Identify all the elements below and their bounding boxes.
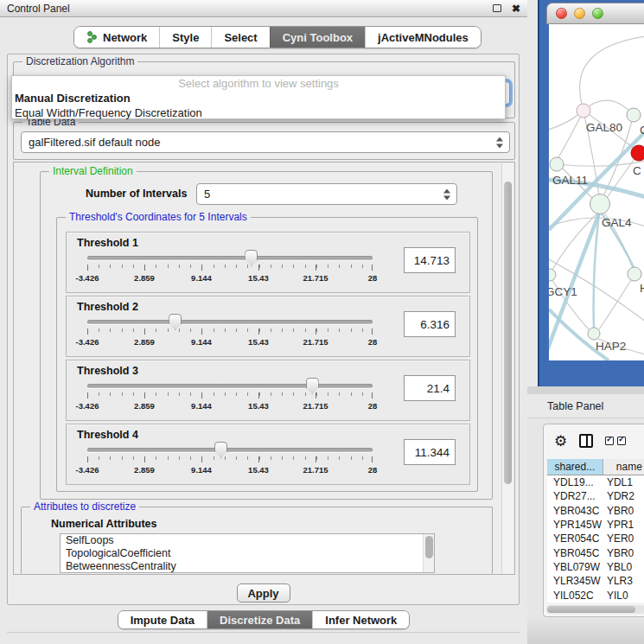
cell-name[interactable]: YPR1 [603, 518, 644, 532]
close-traffic-light-icon[interactable] [556, 8, 567, 19]
control-panel: Control Panel ✖ Network Style Select Cyn… [0, 0, 527, 644]
column-header-name[interactable]: name [603, 459, 644, 475]
tick-label: 9.144 [191, 273, 212, 283]
tab-style[interactable]: Style [159, 27, 211, 48]
number-of-intervals-combobox[interactable]: 5 [196, 183, 457, 205]
dropdown-placeholder-item[interactable]: Select algorithm to view settings [12, 76, 505, 91]
dropdown-option-equal-width[interactable]: Equal Width/Frequency Discretization [12, 105, 505, 120]
cell-name[interactable]: YER0 [603, 532, 644, 545]
table-row[interactable]: YLR345WYLR3 [547, 574, 644, 588]
cell-shared-name[interactable]: YBR043C [547, 504, 603, 518]
cell-shared-name[interactable]: YBL079W [547, 560, 603, 574]
column-header-shared-name[interactable]: shared... [547, 459, 603, 475]
cell-name[interactable]: YBR0 [603, 504, 644, 518]
table-row[interactable]: YDL19...YDL1 [547, 475, 644, 489]
checkbox-icon[interactable] [617, 437, 626, 445]
node-gal80[interactable] [577, 104, 590, 118]
table-panel-titlebar: Table Panel [527, 394, 644, 418]
table-panel-title: Table Panel [547, 400, 603, 412]
minimize-traffic-light-icon[interactable] [574, 8, 585, 19]
table-row[interactable]: YIL052CYIL0 [547, 588, 644, 602]
table-row[interactable]: YDR27...YDR2 [547, 489, 644, 503]
cell-name[interactable]: YDL1 [603, 475, 644, 489]
network-window-titlebar[interactable] [546, 3, 644, 24]
panel-bottom-edge [7, 632, 520, 633]
list-item[interactable]: SelfLoops [61, 534, 434, 547]
threshold-4-slider[interactable] [87, 448, 373, 452]
table-data-combobox[interactable]: galFiltered.sif default node [21, 131, 510, 153]
threshold-4-value-field[interactable]: 11.344 [404, 439, 456, 465]
settings-vertical-scrollbar[interactable] [501, 163, 513, 575]
gear-icon[interactable]: ⚙ [554, 434, 567, 449]
tab-cyni-toolbox[interactable]: Cyni Toolbox [270, 27, 365, 48]
scrollbar-thumb[interactable] [504, 182, 512, 484]
cell-name[interactable]: YLR3 [603, 574, 644, 588]
threshold-2-slider[interactable] [87, 320, 373, 324]
threshold-1-label: Threshold 1 [77, 237, 138, 249]
table-header-row: shared... name [547, 459, 644, 475]
cell-shared-name[interactable]: YER054C [547, 532, 603, 545]
cell-shared-name[interactable]: YLR345W [547, 574, 603, 588]
scrollbar-thumb[interactable] [547, 606, 635, 613]
close-icon[interactable]: ✖ [512, 3, 520, 14]
cell-name[interactable]: YBL0 [603, 560, 644, 574]
tab-select[interactable]: Select [211, 27, 269, 48]
threshold-1-value-field[interactable]: 14.713 [404, 247, 456, 273]
tab-impute-data[interactable]: Impute Data [118, 611, 207, 628]
tick-label: 15.43 [248, 401, 269, 411]
tab-jactivemnodules[interactable]: jActiveMNodules [365, 27, 481, 48]
checkbox-icon[interactable] [605, 437, 614, 445]
table-row[interactable]: YER054CYER0 [547, 532, 644, 545]
table-row[interactable]: YBR043CYBR0 [547, 504, 644, 518]
attributes-group-label: Attributes to discretize [30, 501, 139, 513]
cell-name[interactable]: YDR2 [603, 489, 644, 503]
tick-label: 21.715 [303, 401, 328, 411]
node-partial-top[interactable] [627, 108, 641, 122]
tick-label: 2.859 [134, 465, 155, 475]
slider-tick-labels: -3.426 2.859 9.144 15.43 21.715 28 [87, 465, 373, 475]
threshold-2-value-field[interactable]: 6.316 [404, 311, 456, 337]
table-horizontal-scrollbar[interactable] [546, 605, 644, 614]
zoom-traffic-light-icon[interactable] [592, 8, 603, 19]
list-scrollbar[interactable] [423, 534, 434, 572]
tab-discretize-data-label: Discretize Data [220, 614, 300, 627]
network-view-window[interactable]: GAL80 GA C GAL11 GAL4 GCY1 H HAP2 [538, 0, 644, 386]
threshold-3-value-field[interactable]: 21.4 [404, 375, 456, 401]
algorithm-dropdown-popup: Select algorithm to view settings Manual… [11, 75, 506, 119]
node-selected-red[interactable] [631, 145, 644, 161]
cell-name[interactable]: YIL0 [603, 588, 644, 602]
node-gal11[interactable] [550, 157, 564, 171]
node-h[interactable] [628, 267, 641, 281]
table-row[interactable]: YPR145WYPR1 [547, 518, 644, 532]
apply-button[interactable]: Apply [237, 583, 290, 603]
threshold-3-panel: Threshold 3 -3.426 2.859 [66, 360, 470, 421]
tab-infer-network[interactable]: Infer Network [312, 611, 409, 628]
threshold-1-slider[interactable] [87, 256, 373, 260]
node-gal4[interactable] [590, 194, 610, 214]
cell-shared-name[interactable]: YDL19... [547, 475, 603, 489]
network-graph[interactable]: GAL80 GA C GAL11 GAL4 GCY1 H HAP2 [549, 24, 644, 360]
threshold-3-slider[interactable] [87, 384, 373, 388]
cell-shared-name[interactable]: YDR27... [547, 489, 603, 503]
network-canvas[interactable]: GAL80 GA C GAL11 GAL4 GCY1 H HAP2 [549, 24, 644, 360]
number-of-intervals-value: 5 [204, 188, 210, 201]
cyni-toolbox-panel: Discretization Algorithm Select algorith… [7, 54, 520, 605]
tab-network[interactable]: Network [74, 27, 159, 48]
tick-label: 28 [368, 273, 378, 283]
list-item[interactable]: TopologicalCoefficient [61, 547, 434, 560]
node-hap2[interactable] [588, 328, 600, 340]
table-row[interactable]: YBR045CYBR0 [547, 545, 644, 559]
tab-cyni-toolbox-label: Cyni Toolbox [283, 31, 353, 44]
top-tab-strip: Network Style Select Cyni Toolbox jActiv… [73, 26, 481, 48]
cell-shared-name[interactable]: YPR145W [547, 518, 603, 532]
table-row[interactable]: YBL079WYBL0 [547, 560, 644, 574]
split-columns-icon[interactable] [579, 434, 593, 448]
dropdown-option-manual-discretization[interactable]: Manual Discretization [12, 91, 505, 105]
node-gcy1[interactable] [549, 269, 556, 281]
list-item[interactable]: BetweennessCentrality [61, 560, 434, 573]
float-window-icon[interactable] [493, 4, 501, 12]
cell-name[interactable]: YBR0 [603, 545, 644, 559]
cell-shared-name[interactable]: YBR045C [547, 545, 603, 559]
cell-shared-name[interactable]: YIL052C [547, 588, 603, 602]
tab-discretize-data[interactable]: Discretize Data [207, 611, 312, 628]
